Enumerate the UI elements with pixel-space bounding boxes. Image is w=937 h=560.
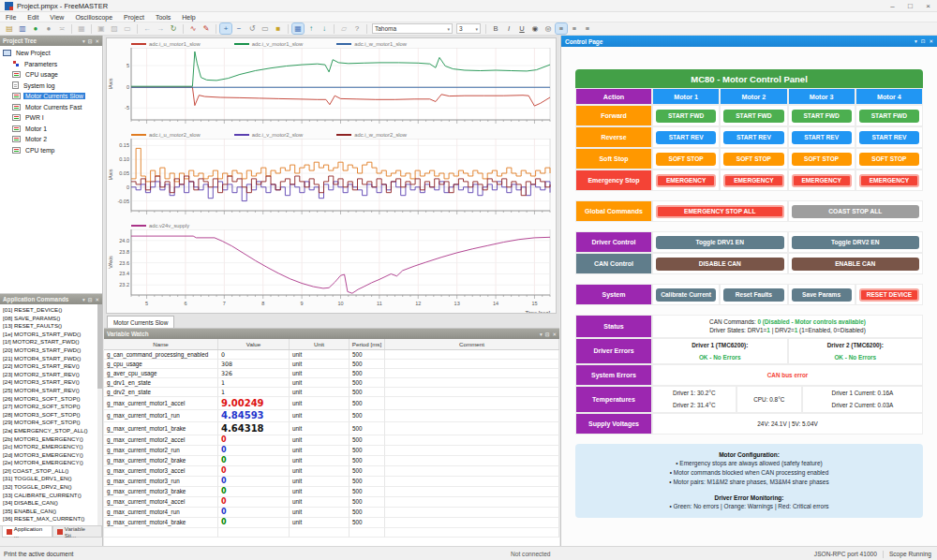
command-item-31-toggle-drv1-en[interactable]: [31] TOGGLE_DRV1_EN() — [3, 475, 102, 483]
save-icon[interactable]: ▥ — [17, 23, 28, 34]
close-icon[interactable]: ✕ — [95, 38, 99, 44]
help-icon[interactable]: ? — [351, 23, 363, 34]
reload-icon[interactable]: ↻ — [168, 23, 179, 34]
watch-value[interactable]: 1 — [218, 378, 290, 388]
tab-variable-sti[interactable]: Variable Sti... — [52, 526, 102, 538]
column-header-unit[interactable]: Unit — [290, 339, 350, 349]
emergency-motor-1-button[interactable]: EMERGENCY — [656, 174, 716, 187]
menu-oscilloscope[interactable]: Oscilloscope — [69, 14, 118, 21]
command-item-22-motor1-start-rev[interactable]: [22] MOTOR1_START_REV() — [3, 362, 102, 371]
tree-item-system-log[interactable]: System log — [0, 81, 102, 92]
watch-row-g-max-current-motor3-run[interactable]: g_max_current_motor3_run0unit500 — [104, 477, 559, 487]
watch-value[interactable]: 0 — [218, 508, 290, 518]
emergency-motor-2-button[interactable]: EMERGENCY — [723, 174, 783, 187]
print-icon[interactable]: ▭ — [122, 23, 133, 34]
start-fwd-motor-1-button[interactable]: START FWD — [656, 110, 716, 123]
watch-value[interactable]: 0 — [218, 487, 290, 497]
watch-row-g-max-current-motor3-accel[interactable]: g_max_current_motor3_accel0unit500 — [104, 466, 559, 477]
move-down-icon[interactable]: ↓ — [319, 23, 330, 34]
watch-value[interactable]: 4.84593 — [218, 410, 290, 423]
start-fwd-motor-4-button[interactable]: START FWD — [859, 110, 919, 123]
menu-tools[interactable]: Tools — [150, 14, 176, 21]
align-left-button[interactable]: ≡ — [556, 23, 567, 34]
close-icon[interactable]: ✕ — [552, 332, 557, 337]
watch-value[interactable]: 1 — [218, 388, 290, 397]
tree-item-motor-currents-slow[interactable]: Motor Currents Slow — [0, 91, 102, 102]
fill-color-button[interactable]: ◎ — [543, 23, 554, 34]
menu-file[interactable]: File — [0, 14, 22, 21]
emergency-motor-4-button[interactable]: EMERGENCY — [859, 174, 919, 187]
watch-row-g-cpu-usage[interactable]: g_cpu_usage308unit500 — [104, 360, 559, 369]
soft-stop-motor-4-button[interactable]: SOFT STOP — [859, 153, 919, 166]
zoom-in-icon[interactable]: + — [220, 23, 231, 34]
watch-row-g-max-current-motor2-accel[interactable]: g_max_current_motor2_accel0unit500 — [104, 435, 559, 446]
command-item-2c-motor2-emergency[interactable]: [2c] MOTOR2_EMERGENCY() — [3, 443, 102, 451]
detach-icon[interactable]: ▱ — [338, 23, 350, 34]
watch-value[interactable]: 0 — [218, 446, 290, 456]
command-item-2f-coast-stop-all[interactable]: [2f] COAST_STOP_ALL() — [3, 467, 102, 476]
menu-edit[interactable]: Edit — [22, 14, 44, 21]
font-family-select[interactable]: Tahoma▾ — [372, 23, 453, 34]
tree-item-cpu-temp[interactable]: CPU temp — [0, 145, 102, 156]
chart-plot[interactable]: 0.150.100.050-0.05IAxis — [107, 139, 556, 216]
disable-can-button[interactable]: DISABLE CAN — [656, 258, 784, 271]
chart-plot[interactable]: 24.023.823.623.423.256789101112131415Tim… — [107, 229, 556, 314]
font-size-select[interactable]: 3▾ — [456, 23, 481, 34]
menu-help[interactable]: Help — [176, 14, 201, 21]
watch-value[interactable]: 0 — [218, 456, 290, 466]
chart-supply-voltage[interactable]: adc.v24v_supply24.023.823.623.423.256789… — [107, 220, 556, 314]
menu-project[interactable]: Project — [118, 14, 150, 21]
forward-icon[interactable]: → — [155, 23, 166, 34]
pin-icon[interactable]: ⊡ — [545, 332, 550, 337]
watch-row-g-can-command-processing-enabled[interactable]: g_can_command_processing_enabled0unit500 — [104, 350, 559, 360]
start-rev-motor-3-button[interactable]: START REV — [792, 131, 852, 144]
watch-row-g-aver-cpu-usage[interactable]: g_aver_cpu_usage326unit500 — [104, 369, 559, 378]
maximize-button[interactable]: □ — [901, 0, 919, 12]
tab-motor-currents-slow[interactable]: Motor Currents Slow — [107, 316, 174, 328]
start-rev-motor-1-button[interactable]: START REV — [656, 131, 716, 144]
command-item-27-motor2-soft-stop[interactable]: [27] MOTOR2_SOFT_STOP() — [3, 403, 102, 411]
start-fwd-motor-3-button[interactable]: START FWD — [792, 110, 852, 123]
back-icon[interactable]: ← — [141, 23, 153, 34]
watch-value[interactable]: 0 — [218, 466, 290, 477]
watch-value[interactable]: 4.64318 — [218, 422, 290, 435]
command-item-2e-motor4-emergency[interactable]: [2e] MOTOR4_EMERGENCY() — [3, 459, 102, 467]
menu-view[interactable]: View — [44, 14, 69, 21]
column-header-value[interactable]: Value — [218, 339, 290, 349]
enable-can-button[interactable]: ENABLE CAN — [792, 258, 920, 271]
copy-icon[interactable]: ▣ — [96, 23, 107, 34]
watch-row-g-max-current-motor4-run[interactable]: g_max_current_motor4_run0unit500 — [104, 508, 559, 518]
watch-row-g-max-current-motor1-accel[interactable]: g_max_current_motor1_accel9.00249unit500 — [104, 397, 559, 410]
paste-icon[interactable]: ▨ — [109, 23, 120, 34]
save-params-button[interactable]: Save Params — [792, 288, 852, 302]
start-rev-motor-2-button[interactable]: START REV — [723, 131, 783, 144]
command-item-32-toggle-drv2-en[interactable]: [32] TOGGLE_DRV2_EN() — [3, 483, 102, 492]
pin-icon[interactable]: ⊡ — [921, 38, 926, 44]
move-up-icon[interactable]: ↑ — [305, 23, 317, 34]
bold-button[interactable]: B — [490, 23, 501, 34]
scrollbar[interactable] — [97, 304, 102, 525]
chart-motor1-currents[interactable]: adc.i_u_motor1_slowadc.i_v_motor1_slowad… — [107, 38, 556, 129]
tree-item-parameters[interactable]: Parameters — [0, 59, 102, 70]
chart-motor2-currents[interactable]: adc.i_u_motor2_slowadc.i_v_motor2_slowad… — [107, 129, 556, 220]
command-item-29-motor4-soft-stop[interactable]: [29] MOTOR4_SOFT_STOP() — [3, 419, 102, 427]
command-item-2a-emergency-stop-all[interactable]: [2a] EMERGENCY_STOP_ALL() — [3, 427, 102, 435]
command-item-28-motor3-soft-stop[interactable]: [28] MOTOR3_SOFT_STOP() — [3, 411, 102, 420]
align-right-button[interactable]: ≡ — [582, 23, 593, 34]
window-titlebar[interactable]: Project.pmpx - FreeMASTER –□× — [0, 0, 937, 12]
soft-stop-motor-3-button[interactable]: SOFT STOP — [792, 153, 852, 166]
zoom-out-icon[interactable]: − — [233, 23, 245, 34]
tree-item-motor-currents-fast[interactable]: Motor Currents Fast — [0, 102, 102, 113]
connection-icon[interactable]: ≍ — [56, 23, 67, 34]
watch-value[interactable]: 0 — [218, 350, 290, 360]
command-item-33-calibrate-current[interactable]: [33] CALIBRATE_CURRENT() — [3, 492, 102, 500]
pin-icon[interactable]: ⊡ — [88, 297, 93, 302]
close-icon[interactable]: ✕ — [929, 38, 933, 44]
dropdown-icon[interactable]: ▾ — [82, 297, 85, 302]
command-item-36-reset-max-current[interactable]: [36] RESET_MAX_CURRENT() — [3, 515, 102, 523]
command-item-21-motor4-start-fwd[interactable]: [21] MOTOR4_START_FWD() — [3, 355, 102, 363]
watch-row-g-max-current-motor3-brake[interactable]: g_max_current_motor3_brake0unit500 — [104, 487, 559, 497]
command-item-34-disable-can[interactable]: [34] DISABLE_CAN() — [3, 499, 102, 508]
minimize-button[interactable]: – — [884, 0, 901, 12]
command-item-1e-motor1-start-fwd[interactable]: [1e] MOTOR1_START_FWD() — [3, 331, 102, 339]
